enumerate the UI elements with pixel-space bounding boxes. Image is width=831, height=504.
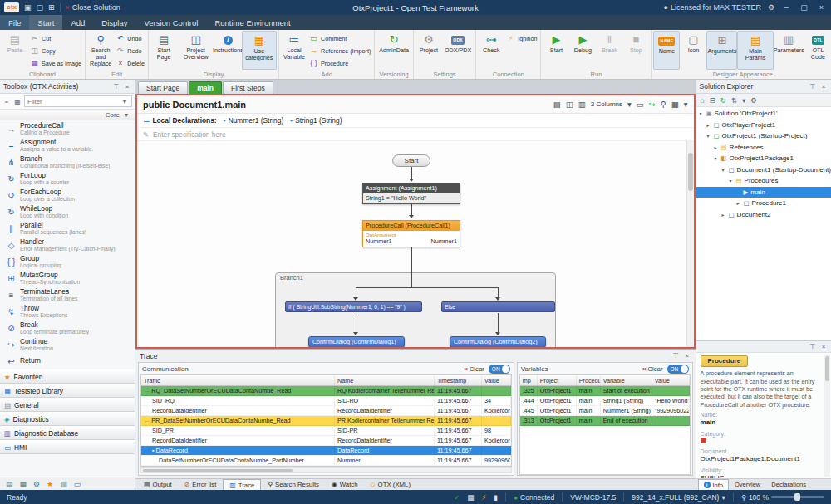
zoom-slider[interactable] (771, 496, 824, 498)
pages-icon[interactable]: ◫ (566, 100, 573, 109)
scrollbar-thumb[interactable] (143, 469, 293, 472)
properties-icon[interactable]: ⚙ (750, 96, 757, 105)
maximize-button[interactable]: ▢ (799, 3, 809, 12)
tree-node-otxplayerproject1[interactable]: ▸▢OtxPlayerProject1 (696, 120, 831, 131)
tab-version-control[interactable]: Version Control (135, 15, 206, 30)
toolbox-item-foreachloop[interactable]: ↺ForEachLoopLoop over a collection (0, 187, 135, 203)
break-button[interactable]: ‖Break (596, 31, 622, 70)
delete-button[interactable]: ×Delete (114, 58, 146, 68)
toolbox-pin-icon[interactable]: ⊤ (112, 83, 120, 91)
info-close-icon[interactable]: × (819, 343, 828, 350)
tab-main-doc[interactable]: main (189, 81, 222, 94)
toolbox-tool-6-icon[interactable]: ▭ (74, 480, 81, 488)
expander-icon[interactable]: ▾ (713, 155, 719, 161)
toolbox-tool-2-icon[interactable]: ▦ (20, 480, 27, 488)
toolbox-section-hmi[interactable]: ▭HMI (0, 440, 135, 454)
tab-start[interactable]: Start (29, 15, 62, 30)
expander-icon[interactable]: ▾ (728, 178, 734, 183)
table-row-selected[interactable]: ▪DataRecordDataRecord11:19:45.667 (141, 446, 511, 456)
info-pin-icon[interactable]: ⊤ (809, 343, 817, 350)
comment-button[interactable]: ▭Comment (307, 33, 372, 43)
close-button[interactable]: × (816, 3, 827, 12)
table-row[interactable]: RecordDataIdentifierRecordDataIdentifier… (141, 406, 511, 416)
toolbox-item-mutexgroup[interactable]: ⊞MutexGroupThread-Synchronisation (0, 270, 135, 286)
toolbox-list-view-icon[interactable]: ≡ (2, 98, 11, 105)
declaration-string1[interactable]: ▪String1 (String) (290, 116, 342, 125)
admindata-button[interactable]: ↻AdminData (376, 31, 411, 70)
search-replace-button[interactable]: ⚲Search and Replace (87, 31, 114, 70)
declaration-nummer1[interactable]: ▪Nummer1 (String) (224, 116, 284, 125)
redo-button[interactable]: ↷Redo (114, 46, 146, 56)
tab-declarations[interactable]: Declarations (766, 479, 811, 490)
zoom-slider-thumb[interactable] (794, 493, 800, 501)
columns-label[interactable]: 3 Columns (591, 100, 622, 108)
solution-explorer-close-icon[interactable]: × (819, 83, 828, 91)
tree-node-document2[interactable]: ▸▢Document2 (696, 209, 831, 221)
expander-icon[interactable]: ▸ (706, 122, 711, 128)
confirmdialog2-node[interactable]: ConfirmDialog (ConfirmDialog2) (450, 336, 546, 347)
toolbox-item-parallel[interactable]: ∥ParallelParallel sequences (lanes) (0, 220, 135, 237)
table-row[interactable]: .325OtxProject1mainStart of execution (520, 386, 690, 396)
toolbox-close-icon[interactable]: × (123, 83, 131, 91)
zoom-tool-icon[interactable]: ⚲ (661, 100, 666, 109)
run-start-button[interactable]: ▶Start (543, 31, 569, 70)
procedure-button[interactable]: { }Procedure (307, 58, 372, 68)
table-row[interactable]: RecordDataIdentifierRecordDataIdentifier… (141, 436, 511, 446)
main-params-button[interactable]: ▤Main Params (737, 31, 773, 70)
toolbox-item-forloop[interactable]: ↻ForLoopLoop with a counter (0, 170, 135, 187)
toolbox-item-return[interactable]: ↩Return (0, 353, 135, 369)
debug-button[interactable]: ▶Debug (569, 31, 596, 70)
toolbox-item-continue[interactable]: ↪ContinueNext iteration (0, 336, 135, 353)
tab-first-steps-doc[interactable]: First Steps (223, 81, 273, 94)
variables-on-toggle[interactable]: ON (667, 365, 689, 374)
toolbox-item-throw[interactable]: ↯ThrowThrows Exceptions (0, 303, 135, 320)
table-row[interactable]: .313OtxProject1mainEnd of execution (520, 416, 690, 426)
tab-search-results[interactable]: ⚲Search Results (262, 479, 325, 490)
toolbox-section-general[interactable]: ▤General (0, 398, 135, 412)
table-row[interactable]: ←PR_DataSetNumberOrECUDataContaNumbe_Rea… (141, 416, 511, 426)
toolbox-item-handler[interactable]: ◇HandlerError Management (Try-Catch-Fina… (0, 237, 135, 253)
table-row[interactable]: .444OtxProject1mainString1 (String)"Hell… (520, 396, 690, 406)
status-monitor-icon[interactable]: ▦ (467, 493, 474, 502)
table-row[interactable]: SID_RQSID-RQ11:19:45.66734 (141, 396, 511, 406)
paste-button[interactable]: ▤Paste (2, 31, 28, 70)
status-battery-icon[interactable]: ▮ (494, 493, 498, 502)
procedurecall-node[interactable]: ProcedureCall (ProcedureCall1) OutArgume… (362, 220, 460, 247)
refresh-icon[interactable]: ↻ (720, 96, 726, 105)
tab-otx-xml[interactable]: ◇OTX (XML) (365, 479, 416, 490)
tree-node-procedures[interactable]: ▾▤Procedures (696, 175, 831, 187)
quick-access-login-button[interactable]: ⊞ (48, 3, 55, 12)
toolbox-section-diagnostic-database[interactable]: ▥Diagnostic Database (0, 426, 135, 440)
local-variable-button[interactable]: ≔Local Variable (281, 31, 307, 70)
sort-icon[interactable]: ▾ (742, 96, 745, 105)
project-settings-button[interactable]: ⚙Project (416, 31, 442, 70)
minimize-button[interactable]: – (781, 3, 792, 12)
print-icon[interactable]: ▤ (553, 100, 561, 109)
tab-output[interactable]: ▤Output (138, 479, 178, 490)
tree-node-main[interactable]: ▶main (696, 187, 831, 198)
icon-button[interactable]: ▢Icon (680, 31, 706, 70)
start-page-button[interactable]: ▤Start Page (150, 31, 177, 70)
ignition-button[interactable]: ⚡Ignition (504, 33, 538, 43)
table-row[interactable]: SID_PRSID-PR11:19:45.66798 (141, 426, 511, 436)
toolbox-item-procedurecall[interactable]: →ProcedureCallCalling a Procedure (0, 120, 135, 137)
toolbox-core-header[interactable]: Core ▾ (0, 110, 135, 120)
toolbox-item-terminatelanes[interactable]: ≡TerminateLanesTermination of all lanes (0, 286, 135, 303)
communication-clear-button[interactable]: ×Clear (465, 365, 484, 373)
table-row[interactable]: DataSetNumberOrECUDataContaNumbe_PartNum… (141, 456, 511, 466)
trace-close-icon[interactable]: × (683, 352, 691, 360)
expander-icon[interactable]: ▸ (720, 212, 726, 218)
toolbox-item-group[interactable]: { }GroupLogical grouping (0, 253, 135, 270)
tree-node-solution[interactable]: ▾▣Solution 'OtxProject1' (696, 108, 831, 120)
parameters-button[interactable]: ▥Parameters (774, 31, 804, 70)
toolbox-tool-3-icon[interactable]: ⚙ (33, 480, 40, 488)
collapse-all-icon[interactable]: ⊟ (710, 96, 715, 105)
confirmdialog1-node[interactable]: ConfirmDialog (ConfirmDialog1) (308, 336, 405, 347)
tab-file[interactable]: File (0, 15, 29, 30)
cut-button[interactable]: ✂Cut (28, 33, 83, 43)
table-row[interactable]: .445OtxProject1mainNummer1 (String)"9929… (520, 406, 690, 416)
tree-node-document1[interactable]: ▾▢Document1 (Startup-Document) (696, 164, 831, 176)
expander-icon[interactable]: ▾ (720, 167, 726, 173)
else-lane[interactable]: Else (441, 301, 555, 312)
sync-icon[interactable]: ⇅ (731, 96, 737, 105)
